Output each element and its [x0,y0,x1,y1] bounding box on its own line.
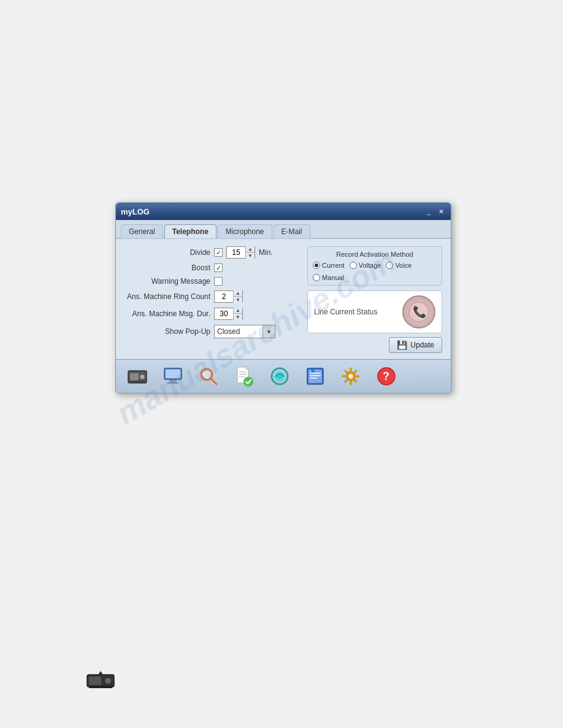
toolbar-headphone-button[interactable] [263,362,296,390]
toolbar-help-button[interactable]: ? [370,362,403,390]
svg-rect-5 [129,381,145,382]
window-controls: _ ✕ [424,207,446,216]
toolbar-computer-button[interactable] [156,362,190,390]
phone-icon-wrapper: 📞 [402,295,435,328]
warning-message-row: Warning Message [124,277,300,286]
msg-dur-down[interactable]: ▼ [234,314,242,320]
window-title: myLOG [121,207,150,216]
bottom-device-icon [86,670,117,691]
msg-dur-label: Ans. Machine Msg. Dur. [124,309,210,318]
radio-current-circle[interactable] [313,262,320,269]
gear-icon [339,365,362,388]
left-panel: Divide ▲ ▼ Min. Boost [124,246,300,353]
svg-text:📘: 📘 [311,368,316,373]
ring-count-row: Ans. Machine Ring Count ▲ ▼ [124,290,300,303]
svg-rect-41 [89,677,101,685]
dropdown-arrow-icon[interactable]: ▼ [262,325,275,338]
radio-voltage[interactable]: Voltage [350,262,381,269]
close-button[interactable]: ✕ [436,207,446,216]
ring-count-arrows: ▲ ▼ [233,290,242,303]
radio-voltage-label: Voltage [359,262,381,269]
boost-row: Boost [124,264,300,272]
svg-point-4 [140,374,145,379]
main-layout: Divide ▲ ▼ Min. Boost [124,246,442,353]
divide-down[interactable]: ▼ [246,252,255,259]
svg-line-37 [345,380,347,382]
toolbar-gear-button[interactable] [334,362,367,390]
phone-icon: 📞 [408,301,430,323]
popup-dropdown[interactable]: Closed ▼ [214,325,275,338]
svg-line-35 [354,380,356,382]
divide-up[interactable]: ▲ [246,246,255,252]
divide-spinbox[interactable]: ▲ ▼ [226,246,255,259]
ring-count-input[interactable] [215,292,233,301]
radio-voice-circle[interactable] [386,262,393,269]
svg-line-11 [211,379,216,384]
radio-voltage-circle[interactable] [350,262,357,269]
svg-point-29 [349,374,353,379]
svg-line-34 [345,371,347,373]
radio-manual-label: Manual [322,274,344,281]
ring-count-up[interactable]: ▲ [234,290,242,297]
divide-input[interactable] [227,248,245,257]
tab-general[interactable]: General [121,224,163,238]
tab-content: Divide ▲ ▼ Min. Boost [116,239,451,359]
radio-manual-circle[interactable] [313,274,320,281]
popup-label: Show Pop-Up [124,327,210,336]
search-icon [197,365,220,388]
line-status-label: Line Current Status [314,308,377,316]
update-label: Update [410,341,434,349]
computer-icon [161,365,185,388]
svg-line-36 [354,371,356,373]
main-window: myLOG _ ✕ General Telephone Microphone E… [115,202,451,393]
msg-dur-spinbox[interactable]: ▲ ▼ [214,308,243,320]
svg-text:?: ? [383,370,389,382]
update-button[interactable]: 💾 Update [389,337,442,353]
radio-voice[interactable]: Voice [386,262,412,269]
tab-telephone[interactable]: Telephone [164,224,216,238]
record-activation-title: Record Activation Method [313,251,437,258]
title-bar: myLOG _ ✕ [116,203,451,220]
svg-rect-43 [89,686,112,688]
svg-point-12 [203,371,210,378]
divide-checkbox[interactable] [214,248,223,257]
msg-dur-arrows: ▲ ▼ [233,308,242,320]
help-icon: ? [375,365,398,388]
tab-microphone[interactable]: Microphone [218,224,272,238]
svg-rect-7 [166,370,180,378]
toolbar-book-button[interactable]: 📘 [299,362,332,390]
svg-rect-8 [169,380,177,382]
minimize-button[interactable]: _ [424,207,434,216]
svg-marker-44 [98,671,103,675]
update-icon: 💾 [397,340,407,350]
warning-checkbox[interactable] [214,277,223,286]
svg-point-42 [105,678,111,684]
tab-email[interactable]: E-Mail [274,224,310,238]
radio-manual[interactable]: Manual [313,274,344,281]
msg-dur-input[interactable] [215,309,233,318]
tab-bar: General Telephone Microphone E-Mail [116,220,451,239]
book-icon: 📘 [304,365,327,388]
record-activation-box: Record Activation Method Current Voltage [307,246,442,286]
divide-unit: Min. [259,248,273,257]
svg-point-18 [243,377,253,387]
radio-voice-label: Voice [395,262,412,269]
divide-row: Divide ▲ ▼ Min. [124,246,300,259]
msg-dur-up[interactable]: ▲ [234,308,242,314]
toolbar: 📘 [116,359,451,393]
warning-label: Warning Message [124,277,210,286]
svg-rect-3 [130,373,139,381]
device-icon [126,365,149,388]
radio-current[interactable]: Current [313,262,345,269]
toolbar-device-button[interactable] [121,362,154,390]
toolbar-search-button[interactable] [192,362,225,390]
ring-count-label: Ans. Machine Ring Count [124,292,210,301]
boost-checkbox[interactable] [214,264,223,272]
ring-count-spinbox[interactable]: ▲ ▼ [214,290,243,303]
divide-label: Divide [124,248,210,257]
line-status-box: Line Current Status 📞 [307,290,442,333]
svg-text:📞: 📞 [413,305,427,319]
ring-count-down[interactable]: ▼ [234,297,242,303]
toolbar-document-button[interactable] [228,362,261,390]
radio-group: Current Voltage Voice Manual [313,262,437,281]
